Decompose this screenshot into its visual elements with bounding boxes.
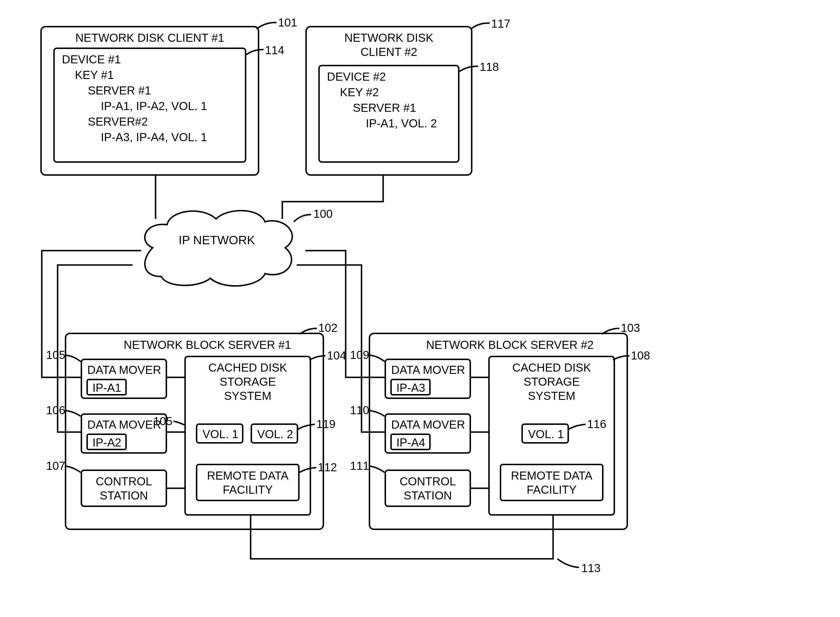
client2-device: DEVICE #2 [327,70,386,83]
ref-116: 116 [587,418,607,431]
server1-dm2-ip-label: IP-A2 [93,436,121,449]
ip-network-label: IP NETWORK [179,233,255,247]
server1-dm2-ip: IP-A2 [86,434,127,450]
ref-117: 117 [491,17,511,30]
ref-102: 102 [318,322,338,334]
server1-vol1-label: VOL. 1 [202,428,239,441]
ref-101: 101 [278,16,297,29]
server1-cds-l1: CACHED DISK [186,361,310,374]
ref-108: 108 [631,349,650,362]
server2-dm2-ip: IP-A4 [390,434,431,450]
server2-cds-l1: CACHED DISK [490,361,614,374]
server2-dm2-label: DATA MOVER [391,418,465,431]
server2-rdf-l1: REMOTE DATA [501,469,602,482]
server1-dm1-ip: IP-A1 [86,379,127,396]
server1-vol2-label: VOL. 2 [257,428,293,441]
server2-dm2-ip-label: IP-A4 [396,436,425,449]
server1-dm1-ip-label: IP-A1 [93,381,121,394]
client1-server1-config: IP-A1, IP-A2, VOL. 1 [101,100,207,113]
server1-cds-l2: STORAGE [186,375,310,388]
server2-ctrl: CONTROL STATION [385,469,471,507]
server1-rdf-l1: REMOTE DATA [197,469,298,482]
ref-107: 107 [46,459,65,472]
ref-105a: 105 [46,348,65,362]
server1-title: NETWORK BLOCK SERVER #1 [106,338,308,351]
ref-109: 109 [350,348,369,362]
ref-118: 118 [480,61,499,74]
server1-ctrl-l2: STATION [82,489,165,502]
server2-ctrl-l1: CONTROL [386,475,469,488]
ref-105b: 105 [153,415,173,428]
client1-server2-config: IP-A3, IP-A4, VOL. 1 [101,131,207,144]
server2-ctrl-l2: STATION [386,489,469,502]
client2-title-l1: NETWORK DISK [307,31,471,44]
server2-vol1: VOL. 1 [521,424,569,444]
server2-vol1-label: VOL. 1 [528,428,564,441]
server1-dm1-label: DATA MOVER [87,363,161,376]
ref-104: 104 [327,349,346,362]
server1-ctrl-l1: CONTROL [82,475,165,488]
server2-title: NETWORK BLOCK SERVER #2 [409,338,611,351]
client1-server2: SERVER#2 [88,115,148,128]
server1-vol1: VOL. 1 [196,424,244,444]
client2-key: KEY #2 [340,86,379,99]
ref-114: 114 [265,44,284,57]
ref-110: 110 [350,404,369,417]
client2-config-box: DEVICE #2 KEY #2 SERVER #1 IP-A1, VOL. 2 [318,65,459,163]
server1-cds-l3: SYSTEM [186,390,310,402]
server1-vol2: VOL. 2 [251,424,298,444]
client1-device: DEVICE #1 [62,53,121,66]
client1-config-box: DEVICE #1 KEY #1 SERVER #1 IP-A1, IP-A2,… [53,47,246,163]
ref-111: 111 [350,459,369,472]
server1-dm2-label: DATA MOVER [87,418,161,431]
server1-ctrl: CONTROL STATION [81,469,167,507]
ref-113: 113 [581,562,601,575]
server2-rdf: REMOTE DATA FACILITY [500,464,604,501]
server2-dm1-ip: IP-A3 [390,379,431,396]
ref-106: 106 [46,404,65,417]
ref-103: 103 [621,322,640,334]
client2-server1: SERVER #1 [353,101,416,114]
server1-rdf: REMOTE DATA FACILITY [196,464,300,501]
ref-119: 119 [316,418,336,431]
server2-cds-l2: STORAGE [490,375,614,388]
server2-dm1-label: DATA MOVER [391,363,465,376]
client2-server1-config: IP-A1, VOL. 2 [366,117,437,130]
ref-100: 100 [313,207,333,220]
client1-key: KEY #1 [75,69,114,81]
server1-rdf-l2: FACILITY [197,483,298,496]
client2-title-l2: CLIENT #2 [307,46,471,59]
server2-dm1-ip-label: IP-A3 [396,381,425,394]
client1-title: NETWORK DISK CLIENT #1 [42,31,258,44]
client1-server1: SERVER #1 [88,84,151,97]
server2-rdf-l2: FACILITY [501,483,602,496]
ref-112: 112 [318,461,337,474]
server2-cds-l3: SYSTEM [490,390,614,402]
